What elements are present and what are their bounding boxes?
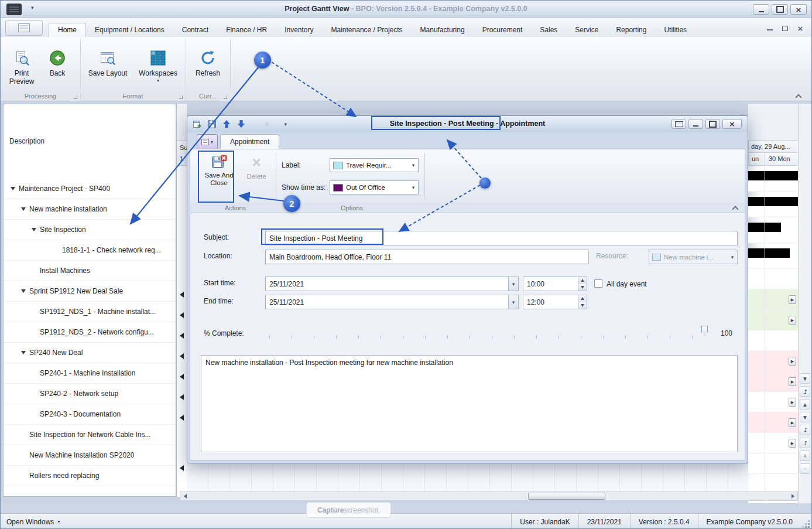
expander-icon[interactable] — [30, 369, 40, 377]
refresh-button[interactable]: Refresh — [189, 38, 227, 91]
chevron-down-icon[interactable] — [508, 277, 518, 291]
expander-icon[interactable] — [20, 287, 29, 295]
expander-icon[interactable] — [20, 431, 29, 439]
expander-icon[interactable] — [30, 226, 40, 234]
minimize-button[interactable] — [753, 4, 769, 15]
zoom-in-icon[interactable]: + — [800, 450, 810, 461]
tree-item[interactable]: SP1912_NDS_1 - Machine installat... — [4, 302, 176, 322]
ribbon-tab[interactable]: Reporting — [607, 23, 655, 37]
expander-icon[interactable] — [30, 390, 40, 398]
tree-item[interactable]: SP240-2 - Network setup — [4, 384, 176, 404]
location-input[interactable] — [265, 250, 589, 264]
spin-up-icon[interactable] — [578, 295, 587, 302]
end-date-input[interactable]: 25/11/2021 — [265, 295, 519, 309]
description-column-header[interactable]: Description — [9, 137, 44, 145]
scroll-to-bar-button[interactable] — [789, 316, 796, 325]
tree-item[interactable]: Maintenance Project - SP400 — [4, 179, 176, 199]
application-menu-button[interactable] — [5, 20, 43, 36]
subject-input[interactable] — [265, 231, 738, 245]
open-windows-button[interactable]: Open Windows — [6, 518, 60, 526]
expander-icon[interactable] — [9, 185, 19, 193]
spin-down-icon[interactable] — [578, 302, 587, 309]
scroll-down-icon[interactable]: ▼ — [800, 373, 810, 384]
tree-item[interactable]: Site Inspection for Network Cable Ins... — [4, 425, 176, 445]
tree-item[interactable]: Rollers need replacing — [4, 466, 176, 486]
scroll-to-bar-button[interactable] — [789, 418, 796, 427]
slider-thumb[interactable] — [701, 326, 708, 336]
collapse-ribbon-button[interactable] — [731, 204, 740, 211]
collapse-ribbon-button[interactable] — [794, 93, 803, 100]
close-button[interactable] — [790, 4, 807, 15]
notes-textarea[interactable]: New machine installation - Post Inspecti… — [201, 355, 738, 452]
fullscreen-button[interactable] — [671, 119, 686, 129]
ribbon-tab[interactable]: Inventory — [276, 23, 322, 37]
tab-appointment[interactable]: Appointment — [220, 134, 279, 149]
expander-icon[interactable] — [53, 246, 62, 254]
expander-icon[interactable] — [30, 328, 40, 336]
ribbon-tab[interactable]: Service — [566, 23, 607, 37]
spin-down-icon[interactable] — [578, 284, 587, 291]
ribbon-tab[interactable]: Procurement — [474, 23, 532, 37]
show-time-as-select[interactable]: Out Of Office — [330, 180, 419, 194]
scroll-left-icon[interactable] — [180, 492, 190, 500]
ribbon-tab[interactable]: Sales — [531, 23, 566, 37]
expander-icon[interactable] — [30, 267, 40, 275]
ribbon-tab[interactable]: Home — [49, 23, 86, 37]
tree-item[interactable]: SP240-1 - Machine Installation — [4, 363, 176, 384]
tree-item[interactable]: SP1912_NDS_2 - Network configu... — [4, 322, 176, 343]
jump-top-icon[interactable]: ↥ — [800, 438, 810, 448]
spin-up-icon[interactable] — [578, 277, 587, 284]
gantt-horizontal-scrollbar[interactable] — [180, 492, 798, 501]
label-select[interactable]: Travel Requir... — [330, 158, 419, 172]
tree-item[interactable]: Install Machines — [4, 261, 176, 281]
dialog-close-button[interactable] — [722, 119, 742, 129]
ribbon-tab[interactable]: Equipment / Locations — [86, 23, 173, 37]
maximize-button[interactable] — [772, 4, 788, 15]
scroll-down-icon[interactable]: ▼ — [800, 412, 810, 422]
start-date-input[interactable]: 25/11/2021 — [265, 277, 519, 291]
mdi-minimize-icon[interactable] — [766, 24, 774, 32]
zoom-out-icon[interactable]: − — [800, 463, 810, 474]
jump-bottom-icon[interactable]: ↧ — [800, 425, 810, 435]
expander-icon[interactable] — [20, 451, 29, 459]
ribbon-tab[interactable]: Utilities — [655, 23, 695, 37]
time-spinner[interactable] — [578, 277, 587, 291]
scrollbar-thumb[interactable] — [528, 493, 605, 500]
dialog-minimize-button[interactable] — [688, 119, 703, 129]
dialog-maximize-button[interactable] — [705, 119, 720, 129]
expander-icon[interactable] — [30, 308, 40, 316]
tree-item[interactable]: SP240-3 - Documentation — [4, 404, 176, 425]
ribbon-tab[interactable]: Finance / HR — [217, 23, 276, 37]
expander-icon[interactable] — [20, 349, 29, 357]
ribbon-tab[interactable]: Contract — [173, 23, 217, 37]
scroll-right-icon[interactable] — [788, 492, 797, 500]
all-day-checkbox[interactable] — [594, 279, 602, 288]
scroll-up-icon[interactable]: ▲ — [800, 399, 810, 409]
ribbon-tab[interactable]: Manufacturing — [412, 23, 474, 37]
mdi-restore-icon[interactable] — [781, 24, 789, 32]
mdi-close-icon[interactable] — [796, 24, 804, 32]
scroll-to-bar-button[interactable] — [789, 357, 796, 366]
tree-item[interactable]: New machine installation — [4, 199, 176, 220]
expander-icon[interactable] — [30, 410, 40, 418]
expander-icon[interactable] — [20, 205, 29, 213]
percent-complete-slider[interactable] — [268, 325, 710, 341]
dialog-file-tab[interactable] — [197, 134, 218, 149]
time-spinner[interactable] — [578, 295, 587, 309]
tree-item[interactable]: Site Inspection — [4, 220, 176, 240]
workspaces-button[interactable]: Workspaces — [135, 38, 181, 91]
start-time-input[interactable]: 10:00 — [523, 277, 587, 291]
chevron-down-icon[interactable] — [508, 295, 518, 309]
save-and-close-button[interactable]: Save And Close — [202, 152, 236, 202]
scroll-to-bar-button[interactable] — [789, 439, 796, 448]
tree-item[interactable]: SP240 New Deal — [4, 343, 176, 363]
end-time-input[interactable]: 12:00 — [523, 295, 587, 309]
expander-icon[interactable] — [20, 472, 29, 480]
tree-item[interactable]: New Machine Installation SP2020 — [4, 445, 176, 466]
scroll-to-bar-button[interactable] — [789, 377, 796, 386]
tree-item[interactable]: Sprint SP1912 New Deal Sale — [4, 281, 176, 302]
all-day-label[interactable]: All day event — [607, 280, 647, 288]
back-button[interactable]: Back — [42, 38, 73, 91]
ribbon-tab[interactable]: Maintenance / Projects — [323, 23, 412, 37]
scroll-to-bar-button[interactable] — [789, 398, 796, 407]
